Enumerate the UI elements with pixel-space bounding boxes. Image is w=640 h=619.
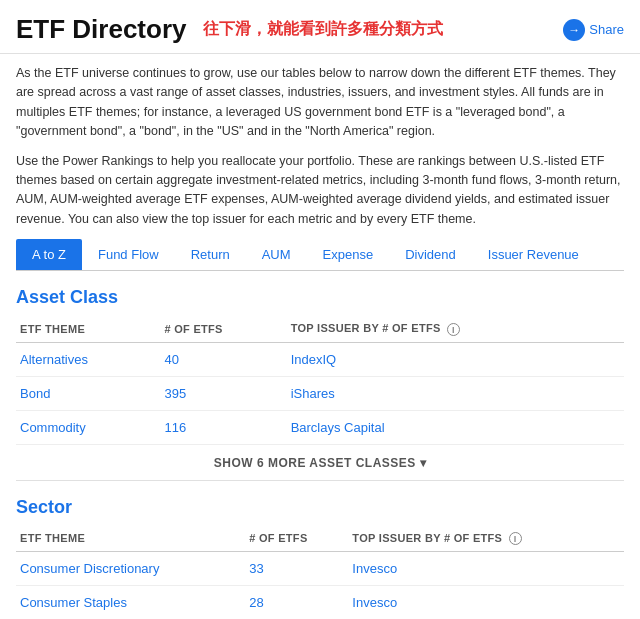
tab-return[interactable]: Return bbox=[175, 239, 246, 270]
header-annotation: 往下滑，就能看到許多種分類方式 bbox=[203, 19, 556, 40]
tab-dividend[interactable]: Dividend bbox=[389, 239, 472, 270]
sector-col-etf-theme-header: ETF THEME bbox=[16, 526, 245, 552]
table-row: Alternatives 40 IndexIQ bbox=[16, 342, 624, 376]
bond-num-link[interactable]: 395 bbox=[164, 386, 186, 401]
col-top-issuer-header: TOP ISSUER BY # OF ETFs i bbox=[287, 316, 624, 342]
table-row: Bond 395 iShares bbox=[16, 376, 624, 410]
sector-title: Sector bbox=[16, 497, 624, 518]
asset-class-table: ETF THEME # OF ETFs TOP ISSUER BY # OF E… bbox=[16, 316, 624, 445]
page-description: As the ETF universe continues to grow, u… bbox=[0, 54, 640, 239]
consumer-staples-num-link[interactable]: 28 bbox=[249, 595, 263, 610]
share-button[interactable]: → Share bbox=[563, 19, 624, 41]
share-label: Share bbox=[589, 22, 624, 37]
description-para2: Use the Power Rankings to help you reall… bbox=[16, 152, 624, 230]
asset-class-section: Asset Class ETF THEME # OF ETFs TOP ISSU… bbox=[0, 271, 640, 480]
show-more-asset-classes-button[interactable]: SHOW 6 MORE ASSET CLASSES bbox=[214, 456, 426, 470]
commodity-issuer-link[interactable]: Barclays Capital bbox=[291, 420, 385, 435]
sector-col-top-issuer-header: TOP ISSUER BY # OF ETFs i bbox=[348, 526, 624, 552]
tab-expense[interactable]: Expense bbox=[307, 239, 390, 270]
tab-a-to-z[interactable]: A to Z bbox=[16, 239, 82, 270]
consumer-discretionary-link[interactable]: Consumer Discretionary bbox=[20, 561, 159, 576]
table-row: Commodity 116 Barclays Capital bbox=[16, 410, 624, 444]
consumer-discretionary-num-link[interactable]: 33 bbox=[249, 561, 263, 576]
asset-class-title: Asset Class bbox=[16, 287, 624, 308]
bond-issuer-link[interactable]: iShares bbox=[291, 386, 335, 401]
tab-fund-flow[interactable]: Fund Flow bbox=[82, 239, 175, 270]
alternatives-num-link[interactable]: 40 bbox=[164, 352, 178, 367]
alternatives-issuer-link[interactable]: IndexIQ bbox=[291, 352, 337, 367]
tab-bar: A to Z Fund Flow Return AUM Expense Divi… bbox=[16, 239, 624, 271]
sector-top-issuer-info-icon[interactable]: i bbox=[509, 532, 522, 545]
sector-section: Sector ETF THEME # OF ETFs TOP ISSUER BY… bbox=[0, 481, 640, 619]
commodity-num-link[interactable]: 116 bbox=[164, 420, 186, 435]
col-num-etfs-header: # OF ETFs bbox=[160, 316, 286, 342]
commodity-link[interactable]: Commodity bbox=[20, 420, 86, 435]
alternatives-link[interactable]: Alternatives bbox=[20, 352, 88, 367]
share-icon: → bbox=[563, 19, 585, 41]
sector-col-num-etfs-header: # OF ETFs bbox=[245, 526, 348, 552]
tab-aum[interactable]: AUM bbox=[246, 239, 307, 270]
table-row: Consumer Discretionary 33 Invesco bbox=[16, 552, 624, 586]
top-issuer-info-icon[interactable]: i bbox=[447, 323, 460, 336]
description-para1: As the ETF universe continues to grow, u… bbox=[16, 64, 624, 142]
show-more-asset-classes-row: SHOW 6 MORE ASSET CLASSES bbox=[16, 445, 624, 480]
consumer-staples-link[interactable]: Consumer Staples bbox=[20, 595, 127, 610]
col-etf-theme-header: ETF THEME bbox=[16, 316, 160, 342]
tab-issuer-revenue[interactable]: Issuer Revenue bbox=[472, 239, 595, 270]
sector-table: ETF THEME # OF ETFs TOP ISSUER BY # OF E… bbox=[16, 526, 624, 619]
page-header: ETF Directory 往下滑，就能看到許多種分類方式 → Share bbox=[0, 0, 640, 54]
bond-link[interactable]: Bond bbox=[20, 386, 50, 401]
table-row: Consumer Staples 28 Invesco bbox=[16, 586, 624, 619]
sector-table-header: ETF THEME # OF ETFs TOP ISSUER BY # OF E… bbox=[16, 526, 624, 552]
consumer-discretionary-issuer-link[interactable]: Invesco bbox=[352, 561, 397, 576]
consumer-staples-issuer-link[interactable]: Invesco bbox=[352, 595, 397, 610]
page-title: ETF Directory bbox=[16, 14, 187, 45]
asset-class-table-header: ETF THEME # OF ETFs TOP ISSUER BY # OF E… bbox=[16, 316, 624, 342]
